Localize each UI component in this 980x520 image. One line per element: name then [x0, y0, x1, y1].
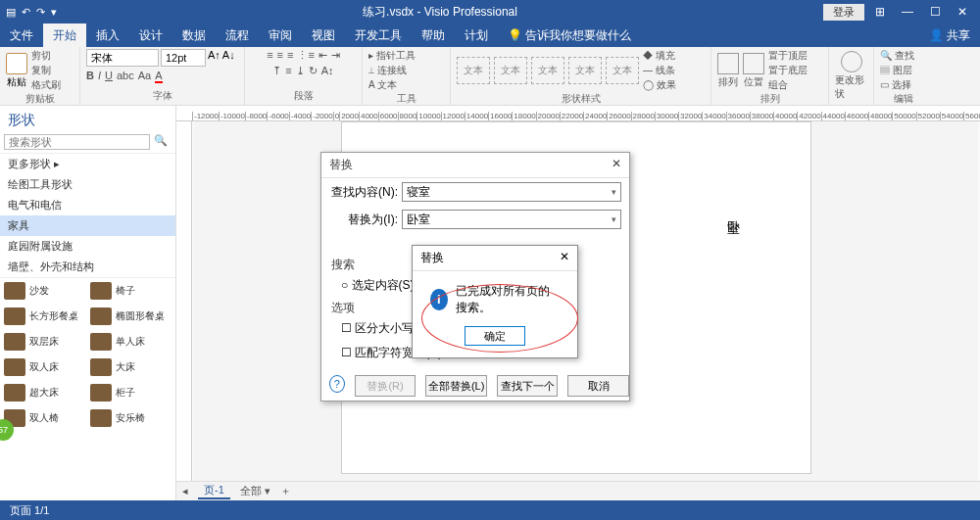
ok-button[interactable]: 确定	[465, 326, 525, 346]
tab-home[interactable]: 开始	[43, 24, 86, 48]
shape-item[interactable]: 椅子	[90, 282, 171, 300]
cat-drawing-tools[interactable]: 绘图工具形状	[0, 174, 175, 195]
shape-item[interactable]: 双人椅	[4, 409, 84, 427]
indent-inc-icon[interactable]: ⇥	[331, 49, 340, 62]
effect-button[interactable]: ◯ 效果	[643, 78, 676, 92]
cat-more[interactable]: 更多形状 ▸	[0, 154, 175, 174]
paste-button[interactable]: 粘贴	[6, 53, 27, 89]
increase-font-icon[interactable]: A↑	[208, 49, 220, 67]
dialog-close-icon[interactable]: ✕	[612, 157, 621, 173]
tab-data[interactable]: 数据	[172, 24, 216, 48]
group-button[interactable]: 组合	[768, 78, 808, 92]
close-icon[interactable]: ✕	[951, 5, 974, 19]
add-page-icon[interactable]: ＋	[280, 484, 291, 498]
cat-furniture[interactable]: 家具	[0, 215, 175, 236]
shape-item[interactable]: 大床	[90, 358, 171, 376]
find-next-button[interactable]: 查找下一个	[497, 375, 559, 397]
tab-developer[interactable]: 开发工具	[345, 24, 412, 48]
bullets-icon[interactable]: ⋮≡	[297, 49, 314, 62]
cat-walls[interactable]: 墙壁、外壳和结构	[0, 257, 175, 277]
tab-file[interactable]: 文件	[0, 24, 43, 48]
search-shapes-input[interactable]	[4, 134, 150, 150]
tell-me[interactable]: 💡 告诉我你想要做什么	[498, 24, 641, 48]
tab-view[interactable]: 视图	[302, 24, 345, 48]
tab-design[interactable]: 设计	[129, 24, 172, 48]
page-tab-1[interactable]: 页-1	[198, 483, 230, 499]
bring-front-button[interactable]: 置于顶层	[768, 49, 808, 63]
copy-button[interactable]: 复制	[31, 64, 61, 77]
text-highlight-icon[interactable]: Aa	[138, 70, 151, 83]
style-preview-5[interactable]: 文本	[606, 57, 639, 84]
tab-insert[interactable]: 插入	[86, 24, 129, 48]
strike-icon[interactable]: abc	[117, 70, 134, 83]
msgbox-close-icon[interactable]: ✕	[560, 250, 569, 266]
font-size-select[interactable]: 12pt	[161, 49, 206, 67]
style-preview-1[interactable]: 文本	[457, 57, 490, 84]
minimize-icon[interactable]: —	[896, 5, 919, 19]
shape-item[interactable]: 沙发	[4, 282, 84, 300]
style-preview-4[interactable]: 文本	[568, 57, 602, 84]
valign-top-icon[interactable]: ⤒	[272, 65, 281, 77]
bold-icon[interactable]: B	[86, 70, 94, 83]
change-shape-button[interactable]: 更改形状	[835, 51, 867, 101]
replace-button[interactable]: 替换(R)	[355, 375, 416, 397]
shape-item[interactable]: 椭圆形餐桌	[90, 307, 171, 325]
tab-review[interactable]: 审阅	[259, 24, 302, 48]
arrange-button[interactable]: 排列	[717, 53, 739, 89]
replace-all-button[interactable]: 全部替换(L)	[425, 375, 487, 397]
login-button[interactable]: 登录	[823, 4, 864, 21]
cat-electrical[interactable]: 电气和电信	[0, 195, 175, 215]
cat-garden[interactable]: 庭园附属设施	[0, 236, 175, 257]
align-left-icon[interactable]: ≡	[267, 49, 272, 62]
ribbon-opts-icon[interactable]: ⊞	[868, 5, 892, 19]
shape-item[interactable]: 安乐椅	[90, 409, 171, 427]
tab-help[interactable]: 帮助	[412, 24, 455, 48]
indent-dec-icon[interactable]: ⇤	[318, 49, 327, 62]
search-icon[interactable]: 🔍	[150, 134, 172, 150]
decrease-font-icon[interactable]: A↓	[222, 49, 235, 67]
cancel-button[interactable]: 取消	[567, 375, 629, 397]
tab-process[interactable]: 流程	[216, 24, 259, 48]
shape-item[interactable]: 超大床	[4, 384, 84, 402]
font-color-icon[interactable]: A	[155, 70, 162, 83]
shape-item[interactable]: 柜子	[90, 384, 171, 402]
shape-item[interactable]: 双层床	[4, 333, 84, 351]
rotate-icon[interactable]: ↻	[309, 65, 318, 77]
page-all-dropdown[interactable]: 全部 ▾	[240, 484, 270, 498]
shape-item[interactable]: 双人床	[4, 358, 84, 376]
find-button[interactable]: 🔍 查找	[880, 49, 914, 63]
text-direction-icon[interactable]: A↕	[321, 65, 334, 77]
tab-plan[interactable]: 计划	[455, 24, 498, 48]
cut-button[interactable]: 剪切	[31, 49, 61, 63]
replace-input[interactable]: 卧室▾	[402, 210, 621, 229]
line-button[interactable]: — 线条	[643, 64, 676, 77]
style-preview-2[interactable]: 文本	[494, 57, 527, 84]
text-tool[interactable]: A 文本	[368, 78, 416, 92]
shape-item[interactable]: 单人床	[90, 333, 171, 351]
align-right-icon[interactable]: ≡	[287, 49, 293, 62]
align-center-icon[interactable]: ≡	[277, 49, 283, 62]
format-painter-button[interactable]: 格式刷	[31, 78, 61, 92]
underline-icon[interactable]: U	[105, 70, 113, 83]
layers-button[interactable]: ▤ 图层	[880, 64, 914, 77]
undo-icon[interactable]: ↶	[22, 6, 30, 19]
valign-mid-icon[interactable]: ≡	[285, 65, 291, 77]
redo-icon[interactable]: ↷	[36, 6, 45, 19]
page-prev-icon[interactable]: ◂	[182, 485, 188, 497]
help-icon[interactable]: ?	[329, 375, 345, 393]
position-button[interactable]: 位置	[743, 53, 764, 89]
maximize-icon[interactable]: ☐	[923, 5, 947, 19]
fill-button[interactable]: ◆ 填充	[643, 49, 676, 63]
style-preview-3[interactable]: 文本	[531, 57, 564, 84]
send-back-button[interactable]: 置于底层	[768, 64, 808, 77]
find-input[interactable]: 寝室▾	[402, 182, 621, 202]
save-icon[interactable]: ▤	[6, 6, 16, 19]
italic-icon[interactable]: I	[98, 70, 101, 83]
share-button[interactable]: 👤 共享	[919, 24, 980, 48]
font-name-select[interactable]: 宋体	[86, 49, 159, 67]
shape-item[interactable]: 长方形餐桌	[4, 307, 84, 325]
pointer-tool[interactable]: ▸ 指针工具	[368, 49, 416, 63]
connector-tool[interactable]: ⟂ 连接线	[368, 64, 416, 77]
select-button[interactable]: ▭ 选择	[880, 78, 914, 92]
valign-bot-icon[interactable]: ⤓	[296, 65, 305, 77]
